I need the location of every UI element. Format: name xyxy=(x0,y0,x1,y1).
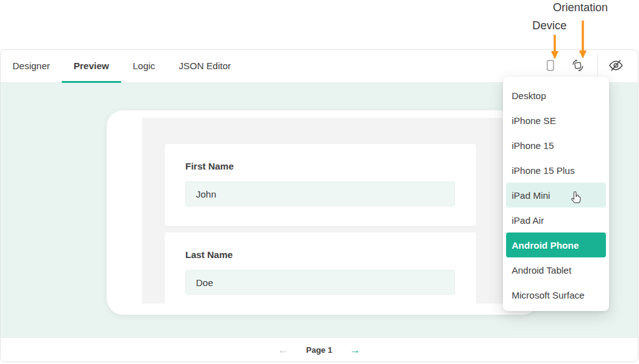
menu-item-iphone-15-plus[interactable]: iPhone 15 Plus xyxy=(503,158,609,183)
page-indicator: Page 1 xyxy=(306,345,333,355)
tab-logic[interactable]: Logic xyxy=(121,50,167,83)
tab-json-editor[interactable]: JSON Editor xyxy=(167,50,243,83)
menu-item-iphone-15[interactable]: iPhone 15 xyxy=(503,133,609,158)
menu-item-desktop[interactable]: Desktop xyxy=(503,83,609,108)
tab-designer[interactable]: Designer xyxy=(1,50,62,83)
first-name-input[interactable] xyxy=(185,181,455,206)
question-card-first-name: First Name xyxy=(165,144,476,226)
previous-page-arrow-icon[interactable]: ← xyxy=(278,345,289,355)
device-frame: First Name Last Name xyxy=(107,110,539,315)
orientation-annotation-label: Orientation xyxy=(553,1,608,14)
menu-item-ipad-mini[interactable]: iPad Mini xyxy=(506,183,606,208)
menu-item-android-phone[interactable]: Android Phone xyxy=(506,232,606,257)
device-annotation-label: Device xyxy=(532,19,567,32)
menu-item-ipad-air[interactable]: iPad Air xyxy=(503,208,609,232)
last-name-label: Last Name xyxy=(185,249,233,260)
next-page-arrow-icon[interactable]: → xyxy=(349,345,360,355)
preview-pagination: ← Page 1 → xyxy=(1,337,638,362)
device-dropdown-menu: Desktop iPhone SE iPhone 15 iPhone 15 Pl… xyxy=(503,77,609,311)
device-annotation-arrow-icon xyxy=(550,35,560,62)
orientation-annotation-arrow-icon xyxy=(578,21,588,62)
eye-slash-icon xyxy=(608,57,624,76)
last-name-input[interactable] xyxy=(185,270,455,295)
menu-item-iphone-se[interactable]: iPhone SE xyxy=(503,108,609,133)
question-card-last-name: Last Name xyxy=(165,232,476,304)
device-screen: First Name Last Name xyxy=(142,118,503,304)
tab-preview[interactable]: Preview xyxy=(62,50,121,83)
first-name-label: First Name xyxy=(185,161,234,171)
menu-item-android-tablet[interactable]: Android Tablet xyxy=(503,257,609,282)
menu-item-microsoft-surface[interactable]: Microsoft Surface xyxy=(503,282,609,307)
